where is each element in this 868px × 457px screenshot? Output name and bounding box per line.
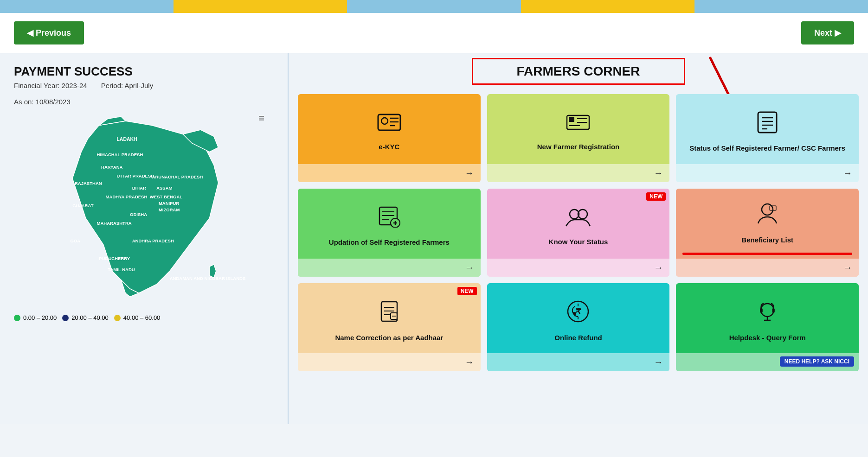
- right-panel: FARMERS CORNER e-KYC →: [288, 53, 868, 424]
- updation-icon: [378, 206, 401, 232]
- card-online-refund-content: ₹ Online Refund: [487, 283, 670, 353]
- svg-text:RAJASTHAN: RAJASTHAN: [75, 181, 102, 186]
- svg-text:ASSAM: ASSAM: [156, 185, 172, 190]
- payment-title: PAYMENT SUCCESS: [14, 64, 274, 79]
- card-self-status[interactable]: Status of Self Registered Farmer/ CSC Fa…: [676, 94, 859, 182]
- svg-text:₹: ₹: [576, 307, 581, 316]
- card-know-status-content: Know Your Status: [487, 189, 670, 259]
- svg-text:WEST BENGAL: WEST BENGAL: [150, 194, 182, 199]
- svg-rect-62: [772, 308, 775, 313]
- top-bar-2: [174, 0, 347, 13]
- svg-rect-61: [760, 308, 763, 313]
- previous-button[interactable]: ◀ Previous: [14, 21, 84, 44]
- svg-text:BIHAR: BIHAR: [132, 185, 146, 190]
- svg-text:TAMIL NADU: TAMIL NADU: [108, 267, 135, 272]
- card-helpdesk-content: Helpdesk - Query Form: [676, 283, 859, 353]
- svg-text:MADHYA PRADESH: MADHYA PRADESH: [106, 194, 148, 199]
- know-status-label: Know Your Status: [549, 237, 608, 247]
- top-bar-3: [347, 0, 521, 13]
- map-menu-icon[interactable]: ≡: [258, 112, 264, 124]
- legend-item-3: 40.00 – 60.00: [114, 314, 161, 321]
- legend-item-1: 0.00 – 20.00: [14, 314, 57, 321]
- card-new-farmer[interactable]: New Farmer Registration →: [487, 94, 670, 182]
- beneficiary-red-underline: [682, 253, 852, 255]
- card-ekyc-content: e-KYC: [298, 94, 481, 164]
- period: Period: April-July: [101, 82, 154, 89]
- card-name-correction[interactable]: NEW Name Correction as per Aadhaar →: [298, 283, 481, 371]
- svg-text:PUDUCHERRY: PUDUCHERRY: [99, 256, 130, 261]
- top-bar-1: [0, 0, 174, 13]
- know-status-new-badge: NEW: [646, 192, 666, 201]
- map-container: ≡ LADAKH HIMACHAL PRADES: [14, 112, 264, 307]
- svg-text:HARYANA: HARYANA: [101, 165, 122, 170]
- svg-text:MIZORAM: MIZORAM: [159, 207, 180, 212]
- name-correction-icon: [378, 300, 401, 328]
- beneficiary-icon: [756, 202, 779, 230]
- top-bars: [0, 0, 868, 13]
- card-ekyc[interactable]: e-KYC →: [298, 94, 481, 182]
- card-online-refund[interactable]: ₹ Online Refund →: [487, 283, 670, 371]
- card-updation[interactable]: Updation of Self Registered Farmers →: [298, 189, 481, 277]
- help-badge[interactable]: NEED HELP? ASK NICCI: [780, 356, 854, 367]
- top-bar-4: [521, 0, 694, 13]
- know-status-icon: [565, 207, 591, 232]
- new-farmer-label: New Farmer Registration: [537, 142, 620, 152]
- main-content: PAYMENT SUCCESS Financial Year: 2023-24 …: [0, 53, 868, 424]
- card-updation-content: Updation of Self Registered Farmers: [298, 189, 481, 259]
- legend-label-3: 40.00 – 60.00: [123, 314, 161, 321]
- legend-label-2: 20.00 – 40.00: [71, 314, 109, 321]
- new-farmer-icon: [566, 113, 590, 137]
- svg-rect-35: [758, 112, 777, 133]
- updation-label: Updation of Self Registered Farmers: [329, 238, 450, 247]
- legend-dot-1: [14, 315, 20, 321]
- svg-text:GUJARAT: GUJARAT: [72, 203, 93, 208]
- updation-footer: →: [298, 259, 481, 277]
- legend-item-2: 20.00 – 40.00: [62, 314, 109, 321]
- header-section: FARMERS CORNER: [298, 58, 859, 85]
- svg-text:ANDHRA PRADESH: ANDHRA PRADESH: [132, 238, 174, 243]
- know-status-footer: →: [487, 259, 670, 277]
- svg-text:HIMACHAL PRADESH: HIMACHAL PRADESH: [97, 152, 143, 157]
- farmers-corner-title: FARMERS CORNER: [516, 64, 640, 79]
- name-correction-footer: →: [298, 353, 481, 371]
- india-map: LADAKH HIMACHAL PRADESH HARYANA RAJASTHA…: [14, 112, 246, 298]
- nav-row: ◀ Previous Next ▶: [0, 13, 868, 53]
- svg-text:ODISHA: ODISHA: [130, 212, 147, 217]
- helpdesk-label: Helpdesk - Query Form: [729, 333, 806, 343]
- self-status-label: Status of Self Registered Farmer/ CSC Fa…: [689, 144, 845, 153]
- svg-point-60: [761, 304, 774, 317]
- helpdesk-icon: [756, 300, 779, 328]
- svg-text:MANIPUR: MANIPUR: [159, 201, 180, 206]
- next-button[interactable]: Next ▶: [801, 21, 854, 44]
- card-know-status[interactable]: NEW Know Your Status →: [487, 189, 670, 277]
- card-helpdesk[interactable]: Helpdesk - Query Form NEED HELP? ASK NIC…: [676, 283, 859, 371]
- as-on: As on: 10/08/2023: [14, 98, 274, 106]
- beneficiary-footer: →: [676, 259, 859, 277]
- cards-grid: e-KYC → New Farmer Registration →: [298, 94, 859, 371]
- card-self-status-content: Status of Self Registered Farmer/ CSC Fa…: [676, 94, 859, 164]
- ekyc-label: e-KYC: [379, 142, 399, 152]
- legend-label-1: 0.00 – 20.00: [23, 314, 57, 321]
- new-farmer-footer: →: [487, 164, 670, 182]
- svg-text:ANDAMAN AND NICOBAR ISLANDS: ANDAMAN AND NICOBAR ISLANDS: [170, 276, 246, 281]
- svg-text:ARUNACHAL PRADESH: ARUNACHAL PRADESH: [152, 174, 203, 179]
- svg-text:GOA: GOA: [70, 238, 80, 243]
- card-beneficiary-content: Beneficiary List: [676, 189, 859, 253]
- legend-dot-2: [62, 315, 69, 321]
- card-new-farmer-content: New Farmer Registration: [487, 94, 670, 164]
- name-correction-new-badge: NEW: [457, 287, 477, 295]
- svg-text:LADAKH: LADAKH: [116, 137, 137, 142]
- top-bar-5: [694, 0, 868, 13]
- left-panel: PAYMENT SUCCESS Financial Year: 2023-24 …: [0, 53, 288, 424]
- online-refund-icon: ₹: [566, 300, 590, 328]
- card-beneficiary[interactable]: Beneficiary List →: [676, 189, 859, 277]
- card-name-correction-content: Name Correction as per Aadhaar: [298, 283, 481, 353]
- ekyc-footer: →: [298, 164, 481, 182]
- payment-meta: Financial Year: 2023-24 Period: April-Ju…: [14, 82, 274, 89]
- financial-year: Financial Year: 2023-24: [14, 82, 87, 89]
- ekyc-icon: [377, 113, 401, 137]
- self-status-footer: →: [676, 164, 859, 182]
- self-status-icon: [756, 111, 778, 138]
- online-refund-label: Online Refund: [554, 333, 602, 343]
- legend-dot-3: [114, 315, 121, 321]
